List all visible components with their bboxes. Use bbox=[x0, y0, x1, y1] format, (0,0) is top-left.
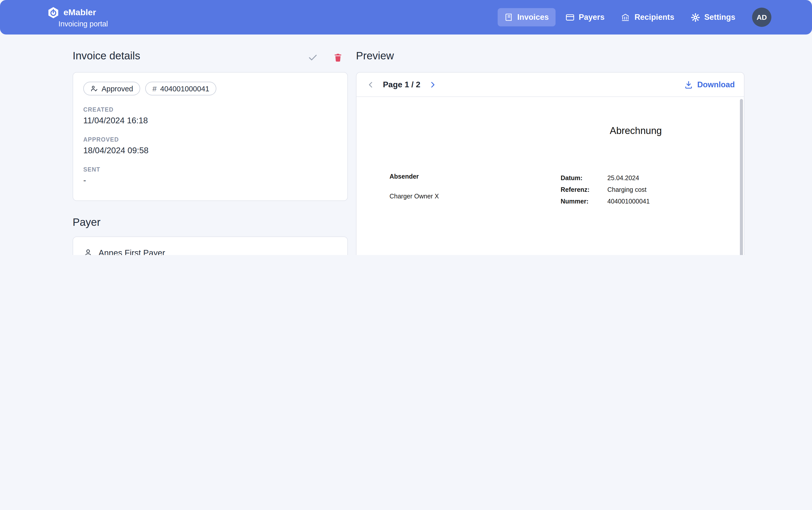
preview-title: Preview bbox=[356, 50, 745, 62]
sender-name: Charger Owner X bbox=[389, 193, 439, 200]
status-badge-label: Approved bbox=[102, 85, 133, 93]
approved-field: APPROVED 18/04/2024 09:58 bbox=[83, 137, 337, 155]
brand-name: eMabler bbox=[63, 8, 96, 18]
approved-value: 18/04/2024 09:58 bbox=[83, 146, 337, 155]
payer-card: Annes First Payer aaa.yyy@somewhere.no A… bbox=[72, 237, 348, 255]
nav-label: Settings bbox=[704, 13, 735, 22]
brand-subtitle: Invoicing portal bbox=[58, 20, 108, 28]
nav-label: Recipients bbox=[635, 13, 674, 22]
invoice-icon bbox=[504, 13, 513, 22]
created-field: CREATED 11/04/2024 16:18 bbox=[83, 107, 337, 125]
status-badge: Approved bbox=[83, 82, 140, 95]
download-button[interactable]: Download bbox=[684, 80, 735, 89]
approved-label: APPROVED bbox=[83, 137, 337, 143]
invoice-details-column: Invoice details Approved bbox=[72, 50, 348, 255]
next-page-button[interactable] bbox=[428, 80, 438, 90]
sender-label: Absender bbox=[389, 173, 439, 180]
created-value: 11/04/2024 16:18 bbox=[83, 116, 337, 125]
emabler-logo-icon bbox=[47, 6, 60, 19]
document-title: Abrechnung bbox=[580, 125, 692, 137]
invoice-details-header: Invoice details bbox=[72, 50, 348, 72]
meta-row-number: Nummer: 404001000041 bbox=[561, 198, 650, 206]
brand[interactable]: eMabler Invoicing portal bbox=[47, 6, 108, 28]
meta-row-date: Datum: 25.04.2024 bbox=[561, 174, 650, 183]
page-indicator: Page 1 / 2 bbox=[383, 80, 420, 89]
approve-check-icon[interactable] bbox=[308, 52, 318, 62]
download-icon bbox=[684, 80, 693, 89]
nav-label: Invoices bbox=[517, 13, 549, 22]
payer-name: Annes First Payer bbox=[98, 248, 165, 255]
sent-value: - bbox=[83, 176, 337, 185]
nav-item-settings[interactable]: Settings bbox=[684, 8, 742, 27]
document-meta: Datum: 25.04.2024 Referenz: Charging cos… bbox=[561, 174, 650, 209]
nav-label: Payers bbox=[579, 13, 605, 22]
meta-row-reference: Referenz: Charging cost bbox=[561, 186, 650, 194]
preview-column: Preview Page 1 / 2 Download bbox=[356, 50, 745, 255]
invoice-preview-document: Abrechnung Absender Charger Owner X Datu… bbox=[356, 97, 744, 255]
invoice-number: 404001000041 bbox=[160, 85, 209, 93]
nav-item-recipients[interactable]: Recipients bbox=[614, 8, 681, 27]
avatar[interactable]: AD bbox=[752, 8, 772, 27]
sender-block: Absender Charger Owner X bbox=[389, 173, 439, 200]
invoice-number-badge: # 404001000041 bbox=[145, 82, 216, 95]
preview-toolbar: Page 1 / 2 Download bbox=[356, 72, 744, 97]
card-icon bbox=[565, 12, 575, 22]
prev-page-button[interactable] bbox=[366, 80, 376, 90]
main-content: Invoice details Approved bbox=[0, 34, 812, 255]
page: eMabler Invoicing portal Invoices Payers bbox=[0, 0, 812, 255]
sent-label: SENT bbox=[83, 167, 337, 173]
nav-item-payers[interactable]: Payers bbox=[558, 8, 611, 27]
person-icon bbox=[83, 248, 93, 255]
person-check-icon bbox=[90, 85, 98, 92]
bank-icon bbox=[621, 12, 631, 22]
hash-icon: # bbox=[152, 84, 157, 93]
invoice-details-card: Approved # 404001000041 CREATED 11/04/20… bbox=[72, 72, 348, 201]
badge-row: Approved # 404001000041 bbox=[83, 82, 337, 95]
nav-item-invoices[interactable]: Invoices bbox=[497, 8, 555, 26]
payer-name-row: Annes First Payer bbox=[83, 248, 337, 255]
preview-card: Page 1 / 2 Download Abrechnung Absend bbox=[356, 72, 745, 255]
payer-title: Payer bbox=[72, 216, 348, 228]
preview-scrollbar[interactable] bbox=[740, 99, 743, 255]
created-label: CREATED bbox=[83, 107, 337, 113]
gear-icon bbox=[691, 12, 700, 22]
download-label: Download bbox=[697, 80, 735, 89]
top-navigation-bar: eMabler Invoicing portal Invoices Payers bbox=[0, 0, 812, 34]
invoice-details-title: Invoice details bbox=[72, 50, 140, 62]
main-nav: Invoices Payers Recipients Settings bbox=[497, 8, 772, 27]
sent-field: SENT - bbox=[83, 167, 337, 185]
delete-invoice-button[interactable] bbox=[333, 52, 343, 63]
